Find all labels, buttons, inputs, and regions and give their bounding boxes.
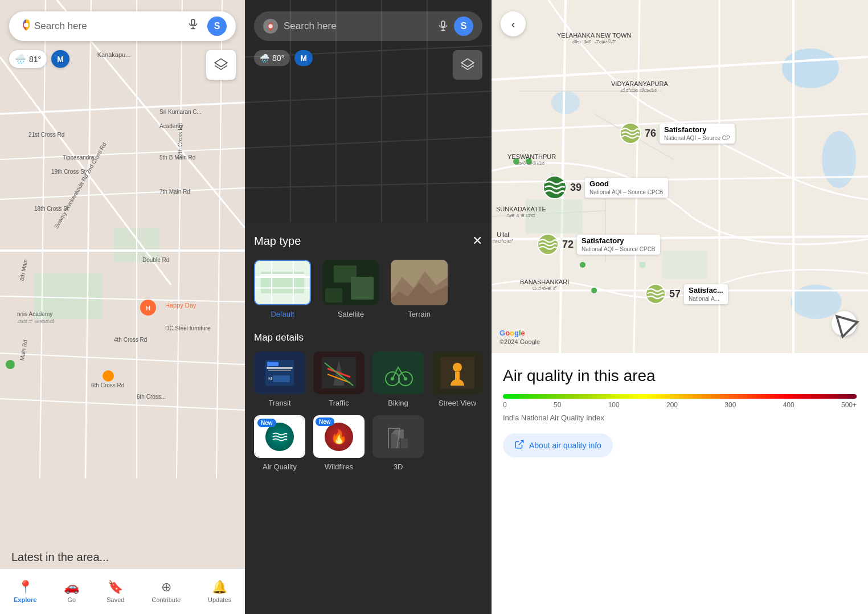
map-background-1: Kanakapu... Sri Kumaran C... Academy 21s… — [0, 0, 245, 614]
scale-500: 500+ — [841, 401, 857, 409]
sheet-title: Map type — [254, 235, 301, 248]
dot-marker-3 — [580, 262, 586, 268]
map-type-sheet: Map type ✕ — [245, 222, 492, 614]
explore-label-1: Explore — [14, 596, 36, 603]
transit-thumb: M — [254, 351, 305, 394]
about-air-quality-button[interactable]: About air quality info — [503, 433, 613, 457]
svg-text:H: H — [146, 305, 150, 312]
aqi-circle-39 — [543, 175, 567, 199]
svg-text:M: M — [268, 376, 272, 381]
svg-marker-47 — [215, 59, 227, 67]
back-button[interactable]: ‹ — [501, 11, 526, 36]
svg-point-90 — [453, 363, 462, 372]
aqi-scale-numbers: 0 50 100 200 300 400 500+ — [503, 401, 857, 409]
satellite-thumb — [322, 260, 379, 305]
streetview-thumb — [432, 351, 483, 394]
scale-300: 300 — [724, 401, 736, 409]
map-type-row: Default Satellite — [254, 260, 482, 318]
traffic-label: Traffic — [329, 399, 349, 407]
external-link-icon — [514, 439, 525, 452]
3d-label: 3D — [394, 462, 403, 471]
metro-letter-1: M — [57, 55, 64, 64]
detail-3d[interactable]: 3D — [372, 415, 424, 471]
google-brand: Google — [499, 329, 525, 337]
default-preview — [255, 261, 310, 304]
svg-rect-77 — [268, 370, 291, 371]
aqi-marker-72: 72 Satisfactory National AQI – Source CP… — [537, 234, 660, 255]
aqi-bar — [503, 394, 857, 399]
place-yelahanka: YELAHANKA NEW TOWN ಯೇಲಹಂಕ ನ್ಯೂ ಟೌನ್ — [557, 31, 631, 46]
detail-traffic[interactable]: Traffic — [313, 351, 365, 407]
svg-line-120 — [519, 440, 523, 445]
detail-biking[interactable]: Biking — [372, 351, 424, 407]
scale-200: 200 — [666, 401, 678, 409]
svg-text:Kanakapu...: Kanakapu... — [97, 51, 131, 58]
terrain-preview — [391, 260, 448, 305]
svg-point-101 — [822, 131, 856, 188]
streetview-label: Street View — [439, 399, 476, 407]
temp-badge-1: 🌧️ 81° — [9, 50, 47, 68]
svg-rect-64 — [261, 272, 304, 293]
svg-text:6th Cross...: 6th Cross... — [137, 394, 166, 400]
aqi-label-72: Satisfactory National AQI – Source CPCB — [577, 235, 660, 255]
scale-400: 400 — [783, 401, 795, 409]
detail-airquality[interactable]: New Air Quality — [254, 415, 305, 471]
contribute-label-1: Contribute — [152, 596, 181, 603]
svg-text:nnis Academy: nnis Academy — [17, 311, 52, 317]
map-badges-1: 🌧️ 81° M — [9, 50, 69, 68]
svg-rect-44 — [191, 19, 195, 25]
svg-text:Sri Kumaran C...: Sri Kumaran C... — [159, 109, 202, 115]
nav-explore-1[interactable]: 📍 Explore — [7, 575, 43, 608]
svg-point-103 — [551, 91, 580, 114]
mic-icon-1[interactable] — [187, 18, 203, 34]
search-bar-1[interactable]: Search here S — [9, 11, 236, 41]
3d-thumb — [372, 415, 424, 458]
metro-badge-1[interactable]: M — [51, 50, 69, 68]
detail-wildfires[interactable]: New 🔥 Wildfires — [313, 415, 365, 471]
close-button[interactable]: ✕ — [472, 234, 482, 248]
svg-text:21st Cross Rd: 21st Cross Rd — [28, 132, 64, 138]
svg-text:Tippasandra: Tippasandra — [63, 154, 95, 161]
svg-rect-76 — [267, 367, 292, 369]
aqi-label-57: Satisfac... National A... — [684, 284, 728, 304]
detail-transit[interactable]: M Transit — [254, 351, 305, 407]
aqi-label-76: Satisfactory National AQI – Source CP — [660, 124, 735, 144]
map-type-default[interactable]: Default — [254, 260, 311, 318]
bottom-nav-1: 📍 Explore 🚗 Go 🔖 Saved ⊕ Contribute 🔔 Up… — [0, 568, 245, 614]
metro-badge-2: M — [294, 50, 313, 66]
aqi-scale: 0 50 100 200 300 400 500+ — [503, 394, 857, 409]
nav-updates-1[interactable]: 🔔 Updates — [201, 575, 238, 608]
search-text-2: Search here — [284, 21, 437, 32]
air-quality-new-badge: New — [257, 419, 276, 427]
avatar-1[interactable]: S — [207, 17, 227, 36]
nav-go-1[interactable]: 🚗 Go — [57, 575, 86, 608]
map-details-row-1: M Transit — [254, 351, 482, 407]
nav-contribute-1[interactable]: ⊕ Contribute — [145, 575, 187, 608]
temp-value-2: 80° — [272, 54, 284, 63]
aqi-circle-57 — [645, 284, 666, 304]
map-type-satellite[interactable]: Satellite — [322, 260, 379, 318]
svg-text:6th Cross Rd: 6th Cross Rd — [91, 382, 124, 388]
search-input-1[interactable]: Search here — [34, 21, 187, 32]
svg-rect-79 — [273, 375, 290, 382]
svg-text:ನಾಮ್ಸ್ ಅಕಾಡೆಮಿ: ನಾಮ್ಸ್ ಅಕಾಡೆಮಿ — [17, 319, 55, 325]
nav-saved-1[interactable]: 🔖 Saved — [100, 575, 131, 608]
svg-point-87 — [391, 377, 394, 380]
svg-point-40 — [103, 370, 114, 382]
svg-point-43 — [24, 23, 28, 27]
svg-rect-94 — [401, 439, 408, 448]
copyright-text: ©2024 Google — [499, 338, 540, 345]
default-thumb — [254, 260, 311, 305]
place-banashankari: BANASHANKARI ಬನಶಂಕರಿ — [520, 278, 569, 293]
svg-text:4th Cross Rd: 4th Cross Rd — [114, 337, 147, 343]
svg-rect-71 — [351, 277, 374, 300]
wildfires-label: Wildfires — [325, 462, 353, 471]
layers-button-1[interactable] — [206, 50, 236, 80]
map-type-terrain[interactable]: Terrain — [391, 260, 448, 318]
aqi-marker-76: 76 Satisfactory National AQI – Source CP — [620, 122, 735, 144]
biking-thumb — [372, 351, 424, 394]
updates-label-1: Updates — [208, 596, 231, 603]
transit-label: Transit — [268, 399, 290, 407]
saved-icon-1: 🔖 — [108, 580, 123, 595]
detail-streetview[interactable]: Street View — [432, 351, 483, 407]
